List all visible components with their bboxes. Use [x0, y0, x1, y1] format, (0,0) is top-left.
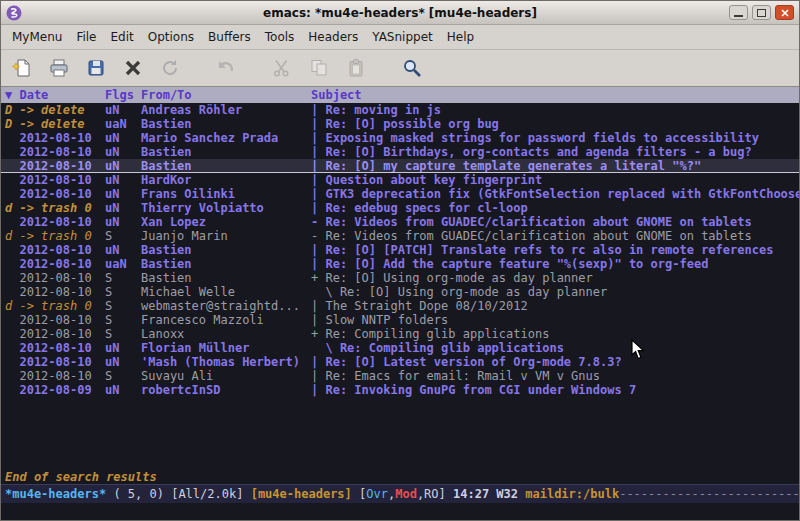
mode-line-segment: [	[352, 485, 366, 503]
message-row[interactable]: 2012-08-10 uN Bastien | Re: [O] my captu…	[1, 159, 799, 173]
message-row[interactable]: 2012-08-10 uN Mario Sanchez Prada | Expo…	[1, 131, 799, 145]
message-row[interactable]: 2012-08-10 uN Frans Oilinki | GTK3 depre…	[1, 187, 799, 201]
message-row[interactable]: 2012-08-10 uN Bastien | Re: [O] Birthday…	[1, 145, 799, 159]
maximize-icon	[757, 9, 766, 17]
message-date: d -> trash 0	[5, 201, 105, 215]
message-from: webmaster@straightd...	[141, 299, 311, 313]
header-subject[interactable]: Subject	[311, 87, 799, 103]
message-from: robertcInSD	[141, 383, 311, 397]
menu-item[interactable]: MyMenu	[5, 27, 69, 47]
message-flags: uN	[105, 243, 141, 257]
menu-item[interactable]: Buffers	[201, 27, 258, 47]
new-file-button[interactable]	[7, 54, 37, 82]
echo-area[interactable]	[1, 503, 799, 520]
message-row[interactable]: 2012-08-10 S Bastien + Re: [O] Using org…	[1, 271, 799, 285]
message-flags: uN	[105, 131, 141, 145]
message-from: Bastien	[141, 117, 311, 131]
message-from: Lanoxx	[141, 327, 311, 341]
message-date: 2012-08-10	[5, 173, 105, 187]
undo-icon	[216, 58, 236, 78]
message-flags: S	[105, 285, 141, 299]
message-row[interactable]: D -> delete uN Andreas Röhler | Re: movi…	[1, 103, 799, 117]
message-from: Bastien	[141, 145, 311, 159]
message-flags: S	[105, 369, 141, 383]
close-buffer-button[interactable]	[118, 54, 148, 82]
message-from: Florian Müllner	[141, 341, 311, 355]
message-subject: | Slow NNTP folders	[311, 313, 799, 327]
message-row[interactable]: 2012-08-10 S Lanoxx + Re: Compiling glib…	[1, 327, 799, 341]
message-from: Bastien	[141, 271, 311, 285]
mode-line-segment: ----------------------------------------…	[619, 485, 799, 503]
message-date: 2012-08-10	[5, 215, 105, 229]
message-subject: | Re: [O] Add the capture feature "%(sex…	[311, 257, 799, 271]
message-row[interactable]: d -> trash 0 uN Thierry Volpiatto | Re: …	[1, 201, 799, 215]
menu-item[interactable]: Edit	[104, 27, 141, 47]
menu-item[interactable]: File	[69, 27, 103, 47]
message-flags: uN	[105, 201, 141, 215]
close-buffer-icon	[123, 58, 143, 78]
message-row[interactable]: 2012-08-10 S Francesco Mazzoli | Slow NN…	[1, 313, 799, 327]
message-row[interactable]: 2012-08-10 S Michael Welle \ Re: [O] Usi…	[1, 285, 799, 299]
message-date: 2012-08-10	[5, 271, 105, 285]
message-subject: | The Straight Dope 08/10/2012	[311, 299, 799, 313]
message-date: 2012-08-10	[5, 187, 105, 201]
maximize-button[interactable]	[752, 5, 771, 20]
message-flags: uaN	[105, 257, 141, 271]
message-row[interactable]: 2012-08-10 uN Xan Lopez - Re: Videos fro…	[1, 215, 799, 229]
message-row[interactable]: 2012-08-10 uN HardKor | Question about k…	[1, 173, 799, 187]
message-date: 2012-08-10	[5, 145, 105, 159]
message-from: Bastien	[141, 159, 311, 172]
message-row[interactable]: 2012-08-10 uN 'Mash (Thomas Herbert) | R…	[1, 355, 799, 369]
mode-line-segment: maildir:/bulk	[525, 485, 619, 503]
header-from[interactable]: From/To	[141, 87, 311, 103]
mode-line-segment: ( 5, 0) [All/2.0k]	[113, 485, 250, 503]
message-subject: | Re: Emacs for email: Rmail v VM v Gnus	[311, 369, 799, 383]
message-subject: | Re: [O] possible org bug	[311, 117, 799, 131]
mode-line-segment: ,	[388, 485, 395, 503]
message-row[interactable]: 2012-08-09 uN robertcInSD | Re: Invoking…	[1, 383, 799, 397]
message-from: Suvayu Ali	[141, 369, 311, 383]
message-date: d -> trash 0	[5, 229, 105, 243]
message-row[interactable]: 2012-08-10 S Suvayu Ali | Re: Emacs for …	[1, 369, 799, 383]
mode-line-segment: ,RO]	[417, 485, 453, 503]
minimize-button[interactable]	[729, 5, 748, 20]
mode-line[interactable]: *mu4e-headers* ( 5, 0) [All/2.0k] [mu4e-…	[1, 484, 799, 503]
mode-line-segment: *mu4e-headers*	[5, 485, 113, 503]
message-row[interactable]: 2012-08-10 uN Florian Müllner \ Re: Comp…	[1, 341, 799, 355]
copy-button	[304, 54, 334, 82]
toolbar-separator	[192, 56, 204, 80]
message-row[interactable]: d -> trash 0 S Juanjo Marin - Re: Videos…	[1, 229, 799, 243]
menu-item[interactable]: Options	[141, 27, 201, 47]
search-button[interactable]	[397, 54, 427, 82]
save-button[interactable]	[81, 54, 111, 82]
menu-item[interactable]: Headers	[301, 27, 365, 47]
menu-item[interactable]: Help	[440, 27, 481, 47]
message-from: HardKor	[141, 173, 311, 187]
close-button[interactable]	[775, 5, 794, 20]
message-row[interactable]: 2012-08-10 uaN Bastien | Re: [O] Add the…	[1, 257, 799, 271]
message-subject: \ Re: Compiling glib applications	[311, 341, 799, 355]
mode-line-segment: Mod	[395, 485, 417, 503]
message-subject: + Re: [O] Using org-mode as day planner	[311, 271, 799, 285]
message-date: 2012-08-10	[5, 243, 105, 257]
message-subject: - Re: Videos from GUADEC/clarification a…	[311, 229, 799, 243]
window-title: emacs: *mu4e-headers* [mu4e-headers]	[1, 6, 799, 20]
message-from: Bastien	[141, 257, 311, 271]
search-icon	[402, 58, 422, 78]
paste-button	[341, 54, 371, 82]
message-subject: | Re: moving in js	[311, 103, 799, 117]
header-flags[interactable]: Flgs	[105, 87, 141, 103]
header-date[interactable]: ▼ Date	[5, 87, 105, 103]
message-subject: | Re: [O] Latest version of Org-mode 7.8…	[311, 355, 799, 369]
menu-item[interactable]: Tools	[258, 27, 302, 47]
message-flags: S	[105, 313, 141, 327]
message-row[interactable]: 2012-08-10 uN Bastien | Re: [O] [PATCH] …	[1, 243, 799, 257]
menu-item[interactable]: YASnippet	[365, 27, 440, 47]
message-from: Michael Welle	[141, 285, 311, 299]
close-icon	[781, 9, 789, 17]
print-button[interactable]	[44, 54, 74, 82]
message-row[interactable]: D -> delete uaN Bastien | Re: [O] possib…	[1, 117, 799, 131]
message-date: 2012-08-10	[5, 355, 105, 369]
message-row[interactable]: d -> trash 0 S webmaster@straightd... | …	[1, 299, 799, 313]
message-subject: | Question about key fingerprint	[311, 173, 799, 187]
